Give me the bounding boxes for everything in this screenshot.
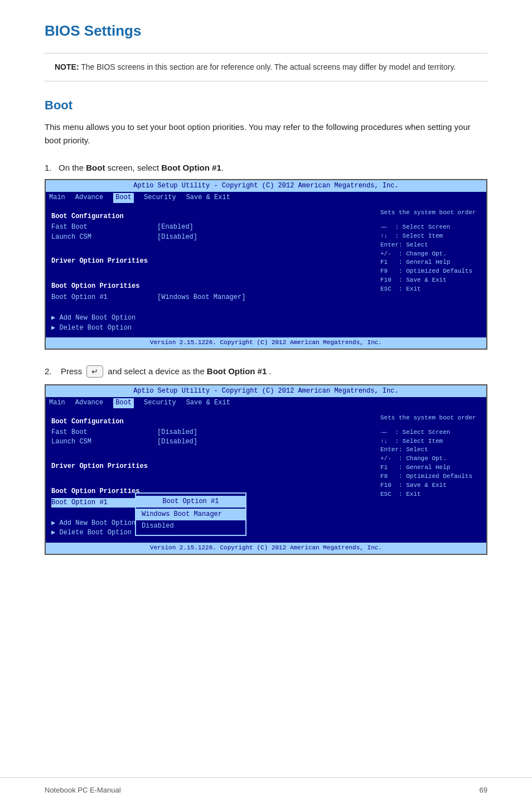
step2-bold: Boot Option #1 bbox=[207, 366, 267, 376]
note-label: NOTE: bbox=[55, 62, 79, 71]
bios1-delete-boot: ▶ Delete Boot Option bbox=[51, 323, 369, 333]
step2-end: . bbox=[269, 366, 271, 376]
bios2-left: Boot Configuration Fast Boot [Disabled] … bbox=[46, 409, 375, 543]
bios1-footer: Version 2.15.1226. Copyright (C) 2012 Am… bbox=[46, 337, 486, 349]
bios1-row-bootoption1: Boot Option #1 [Windows Boot Manager] bbox=[51, 293, 369, 302]
bios1-menu-boot: Boot bbox=[113, 193, 134, 202]
bios1-row-fastboot: Fast Boot [Enabled] bbox=[51, 223, 369, 232]
bios1-section-bootpriorities: Boot Option Priorities bbox=[51, 282, 369, 291]
step1-option: Boot Option #1 bbox=[161, 163, 221, 172]
footer-bar: Notebook PC E-Manual 69 bbox=[0, 777, 532, 802]
bios1-menu-saveexit: Save & Exit bbox=[186, 193, 230, 202]
bios1-help-keys: →← : Select Screen ↑↓ : Select Item Ente… bbox=[380, 223, 481, 294]
bios2-popup-item-winboot: Windows Boot Manager bbox=[136, 509, 245, 520]
step-2-label: 2. Press ↵ and select a device as the Bo… bbox=[45, 365, 487, 378]
bios2-popup-item-disabled: Disabled bbox=[136, 520, 245, 532]
bios-screen-1: Aptio Setup Utility - Copyright (C) 2012… bbox=[45, 179, 487, 350]
bios2-popup-overlay: Boot Option #1 Boot Option #1 Windows Bo… bbox=[51, 498, 369, 508]
bios1-menu: Main Advance Boot Security Save & Exit bbox=[46, 192, 486, 204]
bios1-menu-advance: Advance bbox=[75, 193, 103, 202]
bios2-popup: Boot Option #1 Windows Boot Manager Disa… bbox=[135, 492, 246, 536]
step1-boot: Boot bbox=[86, 163, 105, 172]
bios2-help-text: Sets the system boot order bbox=[380, 414, 481, 423]
step1-end: . bbox=[221, 163, 224, 172]
bios1-title: Aptio Setup Utility - Copyright (C) 2012… bbox=[46, 180, 486, 192]
bios1-menu-security: Security bbox=[144, 193, 176, 202]
bios2-title: Aptio Setup Utility - Copyright (C) 2012… bbox=[46, 385, 486, 397]
bios2-menu: Main Advance Boot Security Save & Exit bbox=[46, 397, 486, 409]
step2-post: and select a device as the bbox=[108, 366, 204, 376]
bios1-left: Boot Configuration Fast Boot [Enabled] L… bbox=[46, 204, 375, 337]
step1-mid: screen, select bbox=[105, 163, 161, 172]
step2-num: 2. bbox=[45, 366, 59, 376]
section-title: Boot bbox=[45, 98, 487, 113]
page-title: BIOS Settings bbox=[45, 22, 487, 40]
bios1-body: Boot Configuration Fast Boot [Enabled] L… bbox=[46, 204, 486, 337]
note-box: NOTE: The BIOS screens in this section a… bbox=[45, 53, 487, 81]
bios2-menu-advance: Advance bbox=[75, 398, 103, 408]
bios2-popup-title: Boot Option #1 bbox=[136, 496, 245, 508]
enter-key: ↵ bbox=[86, 365, 103, 378]
step-2: 2. Press ↵ and select a device as the Bo… bbox=[45, 365, 487, 555]
bios2-menu-boot: Boot bbox=[113, 398, 134, 408]
footer-left: Notebook PC E-Manual bbox=[45, 786, 121, 794]
bios2-row-launchcsm: Launch CSM [Disabled] bbox=[51, 437, 369, 447]
bios1-section-driverpriorities: Driver Option Priorities bbox=[51, 257, 369, 266]
note-text: The BIOS screens in this section are for… bbox=[81, 62, 456, 71]
bios2-row-fastboot: Fast Boot [Disabled] bbox=[51, 428, 369, 437]
bios2-menu-main: Main bbox=[49, 398, 65, 408]
bios2-section-bootconfig: Boot Configuration bbox=[51, 417, 369, 427]
step2-pre: Press bbox=[61, 366, 82, 376]
bios2-right: Sets the system boot order →← : Select S… bbox=[375, 409, 486, 543]
bios2-menu-saveexit: Save & Exit bbox=[186, 398, 230, 408]
bios2-menu-security: Security bbox=[144, 398, 176, 408]
enter-arrow-icon: ↵ bbox=[91, 367, 98, 376]
bios2-footer: Version 2.15.1226. Copyright (C) 2012 Am… bbox=[46, 543, 486, 554]
bios2-section-driverpriorities: Driver Option Priorities bbox=[51, 462, 369, 471]
bios1-section-bootconfig: Boot Configuration bbox=[51, 212, 369, 221]
bios1-row-launchcsm: Launch CSM [Disabled] bbox=[51, 233, 369, 242]
bios2-help-keys: →← : Select Screen ↑↓ : Select Item Ente… bbox=[380, 428, 481, 500]
bios2-body: Boot Configuration Fast Boot [Disabled] … bbox=[46, 409, 486, 543]
step-1: 1. On the Boot screen, select Boot Optio… bbox=[45, 163, 487, 350]
bios1-right: Sets the system boot order →← : Select S… bbox=[375, 204, 486, 337]
section-intro: This menu allows you to set your boot op… bbox=[45, 120, 487, 147]
step1-pre: On the bbox=[59, 163, 86, 172]
bios1-menu-main: Main bbox=[49, 193, 65, 202]
bios1-add-boot: ▶ Add New Boot Option bbox=[51, 313, 369, 323]
footer-right: 69 bbox=[480, 786, 487, 794]
bios1-help-text: Sets the system boot order bbox=[380, 209, 481, 218]
step-1-label: 1. On the Boot screen, select Boot Optio… bbox=[45, 163, 487, 172]
bios-screen-2: Aptio Setup Utility - Copyright (C) 2012… bbox=[45, 384, 487, 555]
